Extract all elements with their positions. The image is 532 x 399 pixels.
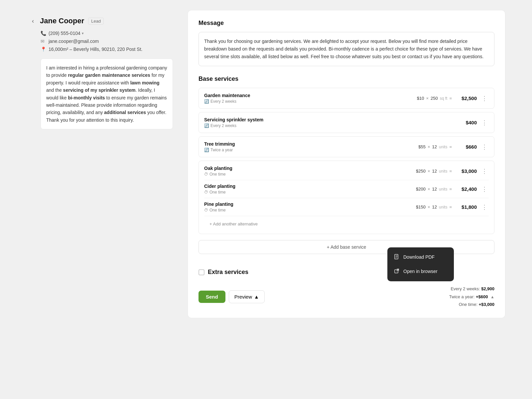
contact-info: 📞 (209) 555-0104 ▾ ✉ jane.cooper@gmail.c… bbox=[41, 31, 173, 52]
email-row: ✉ jane.cooper@gmail.com bbox=[41, 39, 173, 44]
price-cider: $200 bbox=[416, 187, 426, 192]
external-link-icon bbox=[394, 268, 399, 275]
send-button[interactable]: Send bbox=[199, 291, 225, 303]
equals-oak: = bbox=[449, 169, 452, 174]
base-services-title: Base services bbox=[199, 75, 494, 82]
service-name-cider: Cider planting bbox=[204, 184, 235, 189]
freq-label-cider: One time bbox=[209, 190, 226, 195]
onetime-val: +$3,000 bbox=[479, 302, 494, 307]
msg-part-3: and the bbox=[46, 87, 63, 93]
right-panel: Message Thank you for choosing our garde… bbox=[188, 10, 505, 318]
contact-header: ‹ Jane Cooper Lead bbox=[30, 17, 173, 25]
service-left-tree: Tree trimming 🔄 Twice a year bbox=[204, 141, 235, 152]
onetime-icon-oak: ⏱ bbox=[204, 172, 208, 177]
unit-garden: sq ft bbox=[440, 96, 448, 101]
msg-bold-3: servicing of my sprinkler system bbox=[63, 87, 136, 93]
more-btn-oak[interactable]: ⋮ bbox=[480, 167, 489, 176]
msg-bold-5: additional services bbox=[104, 110, 146, 115]
extra-services-title: Extra services bbox=[208, 269, 248, 276]
preview-button[interactable]: Preview ▲ bbox=[229, 290, 265, 303]
service-name-oak: Oak planting bbox=[204, 166, 232, 171]
onetime-icon-cider: ⏱ bbox=[204, 190, 208, 195]
biweekly-label: Every 2 weeks: bbox=[451, 286, 480, 291]
summary-row-twice: Twice a year: +$600 ▲ bbox=[449, 293, 494, 301]
contact-name: Jane Cooper bbox=[40, 17, 84, 25]
client-message-box: I am interested in hiring a professional… bbox=[41, 59, 173, 129]
total-sprinkler: $400 bbox=[455, 120, 477, 125]
preview-dropdown-popup: Download PDF Open in browser bbox=[387, 247, 454, 281]
service-left-oak: Oak planting ⏱ One time bbox=[204, 166, 232, 177]
service-right-oak: $250 × 12 units = $3,000 ⋮ bbox=[416, 167, 489, 176]
mult-x-garden: × bbox=[426, 96, 429, 101]
recur-icon-sprinkler: 🔄 bbox=[204, 123, 209, 128]
service-right-garden: $10 × 250 sq ft = $2,500 ⋮ bbox=[417, 94, 489, 103]
service-freq-garden: 🔄 Every 2 weeks bbox=[204, 99, 250, 104]
service-freq-tree: 🔄 Twice a year bbox=[204, 148, 235, 152]
service-freq-sprinkler: 🔄 Every 2 weeks bbox=[204, 123, 263, 128]
add-alternative-btn[interactable]: + Add another alternative bbox=[204, 219, 489, 229]
service-name-garden: Garden maintenance bbox=[204, 93, 250, 98]
lead-badge: Lead bbox=[88, 18, 104, 25]
onetime-label: One time: bbox=[459, 302, 477, 307]
price-garden: $10 bbox=[417, 96, 424, 101]
back-button[interactable]: ‹ bbox=[30, 17, 36, 25]
dropdown-item-open-browser[interactable]: Open in browser bbox=[387, 264, 454, 279]
total-cider: $2,400 bbox=[455, 186, 477, 192]
bottom-left-actions: Send Preview ▲ bbox=[199, 290, 265, 303]
dropdown-item-download-pdf[interactable]: Download PDF bbox=[387, 250, 454, 264]
total-pine: $1,800 bbox=[455, 204, 477, 210]
service-row-cider: Cider planting ⏱ One time $200 × 12 unit… bbox=[204, 180, 489, 195]
service-left-sprinkler: Servicing sprinkler system 🔄 Every 2 wee… bbox=[204, 117, 263, 128]
service-left-pine: Pine planting ⏱ One time bbox=[204, 201, 233, 212]
service-right-tree: $55 × 12 units = $660 ⋮ bbox=[418, 143, 489, 151]
more-btn-garden[interactable]: ⋮ bbox=[480, 94, 489, 103]
unit-pine: units bbox=[439, 205, 447, 209]
phone-number: (209) 555-0104 bbox=[49, 31, 80, 36]
freq-label-oak: One time bbox=[209, 172, 226, 177]
mult-x-pine: × bbox=[428, 204, 430, 209]
open-browser-label: Open in browser bbox=[403, 269, 438, 274]
mult-val-oak: 12 bbox=[432, 169, 437, 174]
service-card-tree-trimming: Tree trimming 🔄 Twice a year $55 × 12 un… bbox=[199, 136, 494, 157]
msg-bold-1: regular garden maintenance services bbox=[68, 72, 150, 78]
more-btn-pine[interactable]: ⋮ bbox=[480, 203, 489, 211]
mult-val-garden: 250 bbox=[431, 96, 438, 101]
equals-tree: = bbox=[449, 144, 452, 149]
more-btn-sprinkler[interactable]: ⋮ bbox=[480, 118, 489, 127]
more-btn-tree[interactable]: ⋮ bbox=[480, 143, 489, 151]
mult-val-cider: 12 bbox=[432, 187, 437, 192]
service-right-sprinkler: $400 ⋮ bbox=[455, 118, 489, 127]
price-calc-tree: $55 × 12 units = bbox=[418, 144, 452, 149]
extra-services-checkbox[interactable] bbox=[199, 269, 204, 275]
freq-label-pine: One time bbox=[209, 208, 226, 212]
mult-val-pine: 12 bbox=[432, 204, 437, 209]
price-pine: $150 bbox=[416, 204, 426, 209]
service-freq-pine: ⏱ One time bbox=[204, 208, 233, 212]
more-btn-cider[interactable]: ⋮ bbox=[480, 185, 489, 194]
preview-chevron: ▲ bbox=[254, 294, 259, 300]
freq-label-sprinkler: Every 2 weeks bbox=[210, 123, 236, 128]
add-alternative-container: + Add another alternative bbox=[204, 216, 489, 229]
mult-x-cider: × bbox=[428, 187, 430, 192]
mult-val-tree: 12 bbox=[432, 144, 437, 149]
service-card-oak: Oak planting ⏱ One time $250 × 12 units … bbox=[199, 161, 494, 234]
onetime-icon-pine: ⏱ bbox=[204, 208, 208, 212]
service-row-pine: Pine planting ⏱ One time $150 × 12 units… bbox=[204, 198, 489, 212]
message-section-title: Message bbox=[199, 20, 494, 27]
phone-dropdown-arrow: ▾ bbox=[82, 31, 84, 36]
summary-row-biweekly: Every 2 weeks: $2,900 bbox=[449, 285, 494, 293]
twice-val: +$600 bbox=[476, 294, 488, 299]
phone-link[interactable]: (209) 555-0104 ▾ bbox=[49, 31, 84, 36]
left-panel: ‹ Jane Cooper Lead 📞 (209) 555-0104 ▾ ✉ … bbox=[27, 10, 180, 136]
twice-label: Twice a year: bbox=[449, 294, 475, 299]
price-oak: $250 bbox=[416, 169, 426, 174]
recur-icon-garden: 🔄 bbox=[204, 99, 209, 104]
summary-row-onetime: One time: +$3,000 bbox=[449, 301, 494, 308]
msg-bold-2: lawn mowing bbox=[130, 80, 160, 85]
price-calc-cider: $200 × 12 units = bbox=[416, 187, 452, 192]
service-card-sprinkler: Servicing sprinkler system 🔄 Every 2 wee… bbox=[199, 112, 494, 133]
up-arrow: ▲ bbox=[490, 295, 494, 299]
service-freq-cider: ⏱ One time bbox=[204, 190, 235, 195]
service-row-oak: Oak planting ⏱ One time $250 × 12 units … bbox=[204, 166, 489, 177]
total-tree: $660 bbox=[455, 144, 477, 150]
